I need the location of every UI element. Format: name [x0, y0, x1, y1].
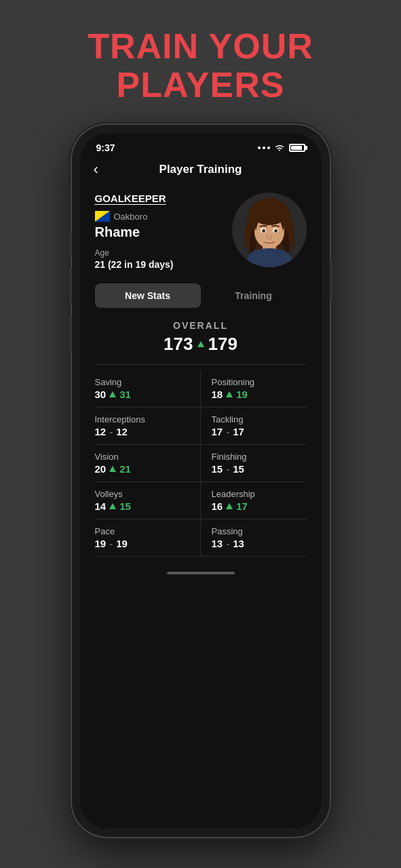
player-section: GOALKEEPER Oakboro Rhame Age 21 (22 in 1… [80, 183, 322, 277]
stat-new: 19 [116, 538, 128, 549]
status-time: 9:37 [96, 142, 115, 153]
stat-name: Volleys [95, 489, 189, 499]
stat-item: Finishing15 - 15 [201, 445, 307, 482]
svg-point-8 [274, 229, 278, 233]
stat-dash: - [226, 463, 229, 475]
position-label: GOALKEEPER [95, 193, 232, 204]
stat-name: Passing [212, 526, 301, 536]
stat-item: Saving3031 [95, 370, 201, 408]
age-label: Age [95, 248, 232, 258]
stat-dash: - [226, 538, 229, 549]
overall-label: OVERALL [95, 320, 307, 331]
stat-old: 17 [212, 426, 223, 437]
stat-old: 15 [212, 463, 223, 475]
stat-arrow [109, 466, 116, 472]
stat-item: Vision2021 [95, 445, 201, 482]
stat-new: 15 [119, 500, 131, 512]
svg-point-7 [262, 229, 265, 233]
stat-old: 20 [95, 463, 107, 475]
status-icons [258, 144, 305, 152]
stat-new: 17 [236, 500, 248, 512]
stat-dash: - [109, 426, 113, 437]
stat-name: Vision [95, 452, 189, 462]
stat-item: Positioning1819 [201, 370, 307, 408]
stat-old: 19 [95, 538, 107, 549]
stat-item: Leadership1617 [201, 482, 307, 519]
headline-line1: TRAIN YOUR [88, 27, 313, 66]
mute-button[interactable] [69, 315, 72, 352]
svg-point-4 [254, 209, 284, 225]
stat-dash: - [226, 426, 229, 437]
stat-new: 21 [119, 463, 131, 475]
stat-values: 3031 [95, 389, 189, 400]
stat-old: 30 [95, 389, 107, 400]
headline-line2: PLAYERS [88, 66, 313, 104]
stat-values: 15 - 15 [212, 463, 301, 475]
team-row: Oakboro [95, 211, 232, 222]
svg-point-10 [275, 230, 277, 231]
stat-old: 12 [95, 426, 107, 437]
stat-new: 15 [233, 463, 244, 475]
stat-name: Interceptions [95, 414, 189, 425]
stat-old: 16 [212, 500, 223, 512]
stats-grid: Saving3031Positioning1819Interceptions12… [80, 370, 322, 557]
home-bar [167, 572, 235, 574]
back-button[interactable]: ‹ [94, 161, 98, 178]
stat-name: Tackling [212, 414, 301, 425]
overall-divider [95, 364, 307, 365]
age-value: 21 (22 in 19 days) [95, 259, 232, 270]
phone-screen: 9:37 ‹ Player Training [80, 133, 322, 829]
page-title: Player Training [159, 163, 242, 176]
tab-section: New Stats Training [80, 277, 322, 312]
training-tab[interactable]: Training [201, 283, 307, 308]
navigation-bar: ‹ Player Training [80, 159, 322, 183]
stat-new: 12 [116, 426, 128, 437]
volume-up-button[interactable] [69, 233, 72, 257]
headline: TRAIN YOUR PLAYERS [74, 0, 327, 125]
home-indicator [80, 557, 322, 583]
signal-icon [258, 146, 270, 149]
status-bar: 9:37 [80, 133, 322, 159]
new-stats-tab[interactable]: New Stats [95, 283, 201, 308]
wifi-icon [274, 144, 285, 152]
country-flag [95, 211, 110, 222]
overall-values: 173 179 [95, 334, 307, 355]
overall-section: OVERALL 173 179 [80, 312, 322, 359]
stat-values: 1617 [212, 500, 301, 512]
stat-item: Passing13 - 13 [201, 519, 307, 557]
stat-old: 14 [95, 500, 107, 512]
stat-name: Leadership [212, 489, 301, 499]
stat-item: Tackling17 - 17 [201, 408, 307, 445]
stat-values: 1415 [95, 500, 189, 512]
battery-icon [289, 144, 305, 152]
stat-name: Finishing [212, 452, 301, 462]
player-name: Rhame [95, 224, 232, 240]
overall-old: 173 [164, 334, 193, 355]
overall-arrow-up [197, 341, 204, 347]
svg-point-9 [263, 230, 265, 231]
stat-name: Positioning [212, 377, 301, 387]
phone-wrapper: 9:37 ‹ Player Training [72, 125, 330, 837]
player-avatar [232, 193, 307, 267]
stat-dash: - [109, 538, 113, 549]
stat-arrow [109, 391, 116, 397]
stat-values: 1819 [212, 389, 301, 400]
stat-new: 13 [233, 538, 244, 549]
stat-item: Volleys1415 [95, 482, 201, 519]
overall-new: 179 [208, 334, 237, 355]
stat-item: Pace19 - 19 [95, 519, 201, 557]
stat-arrow [109, 503, 116, 509]
stat-item: Interceptions12 - 12 [95, 408, 201, 445]
stat-name: Pace [95, 526, 189, 536]
stat-values: 13 - 13 [212, 538, 301, 549]
stat-new: 17 [233, 426, 244, 437]
stat-old: 18 [212, 389, 223, 400]
volume-down-button[interactable] [69, 267, 72, 304]
stat-values: 19 - 19 [95, 538, 189, 549]
stat-new: 19 [236, 389, 248, 400]
stat-name: Saving [95, 377, 189, 387]
stat-values: 2021 [95, 463, 189, 475]
player-info: GOALKEEPER Oakboro Rhame Age 21 (22 in 1… [95, 193, 232, 270]
stat-values: 12 - 12 [95, 426, 189, 437]
stat-arrow [226, 391, 233, 397]
